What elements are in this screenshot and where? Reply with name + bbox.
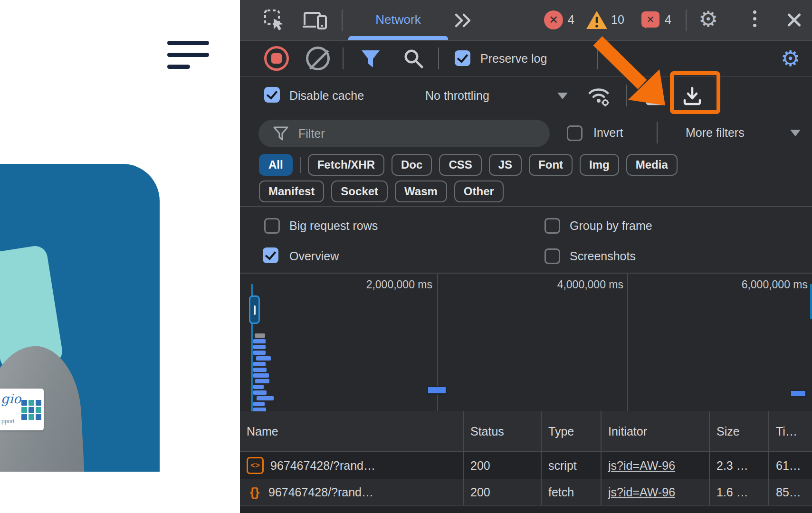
more-tabs-icon[interactable]	[454, 11, 473, 29]
separator	[343, 48, 344, 69]
page-hero-card: gio pport	[0, 164, 160, 472]
more-filters-dropdown[interactable]: More filters	[686, 126, 745, 140]
chip-fetch-xhr[interactable]: Fetch/XHR	[308, 154, 384, 176]
network-overview-timeline[interactable]: 2,000,000 ms 4,000,000 ms 6,000,000 ms	[240, 273, 812, 412]
timeline-tick-label: 4,000,000 ms	[439, 278, 623, 291]
warning-badge-icon[interactable]	[586, 10, 608, 30]
column-header-status[interactable]: Status	[464, 411, 542, 451]
column-header-type[interactable]: Type	[542, 411, 602, 451]
preserve-log-checkbox[interactable]	[455, 50, 470, 66]
table-row[interactable]: {} 967467428/?rand… 200 fetch js?id=AW-9…	[240, 479, 812, 505]
hamburger-bar	[167, 41, 209, 45]
separator	[342, 10, 343, 31]
search-icon[interactable]	[402, 48, 424, 69]
group-by-frame-checkbox[interactable]	[545, 218, 560, 234]
error-count[interactable]: 4	[568, 13, 574, 27]
active-tab-underline	[348, 36, 448, 40]
request-status: 200	[464, 479, 542, 505]
column-header-name[interactable]: Name	[240, 411, 464, 451]
column-header-initiator[interactable]: Initiator	[602, 411, 710, 451]
inspect-element-icon[interactable]	[263, 9, 286, 31]
request-status: 200	[464, 452, 542, 479]
initiator-link[interactable]: js?id=AW-96	[608, 459, 675, 473]
overview-label[interactable]: Overview	[289, 249, 339, 263]
tab-network[interactable]: Network	[348, 0, 448, 40]
request-type: fetch	[542, 479, 602, 505]
chip-font[interactable]: Font	[529, 154, 573, 176]
filter-funnel-icon	[273, 126, 289, 141]
waterfall-bar	[253, 362, 266, 366]
chip-img[interactable]: Img	[580, 154, 619, 176]
warning-count[interactable]: 10	[611, 13, 624, 27]
waterfall-bar	[253, 368, 267, 372]
screenshots-label[interactable]: Screenshots	[570, 249, 636, 263]
hamburger-bar	[167, 53, 209, 57]
timeline-right-grip[interactable]	[810, 284, 812, 319]
chip-wasm[interactable]: Wasm	[395, 180, 447, 202]
throttling-dropdown[interactable]: No throttling	[425, 89, 489, 103]
chip-media[interactable]: Media	[626, 154, 678, 176]
throttling-caret-icon[interactable]	[557, 93, 568, 99]
group-by-frame-label[interactable]: Group by frame	[570, 219, 652, 233]
separator	[686, 10, 687, 31]
network-conditions-icon[interactable]	[586, 83, 613, 107]
settings-gear-icon[interactable]: ⚙	[698, 8, 718, 30]
timeline-left-grip[interactable]	[249, 295, 260, 324]
device-toolbar-icon[interactable]	[302, 9, 328, 31]
screenshot-canvas: gio pport Network	[0, 0, 812, 513]
annotation-highlight-box	[670, 71, 720, 114]
menu-dots-icon[interactable]	[753, 10, 756, 27]
fetch-file-icon: {}	[247, 484, 263, 500]
disable-cache-label[interactable]: Disable cache	[289, 89, 364, 103]
chip-all[interactable]: All	[259, 154, 293, 176]
more-filters-caret-icon[interactable]	[790, 130, 801, 136]
script-file-icon: <>	[247, 457, 264, 474]
record-network-log-button[interactable]	[264, 46, 289, 71]
request-time: 61…	[769, 452, 812, 479]
chip-socket[interactable]: Socket	[331, 180, 388, 202]
filter-input[interactable]	[297, 126, 527, 141]
request-name: 967467428/?rand…	[268, 485, 373, 499]
screenshots-checkbox[interactable]	[545, 248, 560, 264]
chip-manifest[interactable]: Manifest	[259, 180, 324, 202]
chip-doc[interactable]: Doc	[392, 154, 432, 176]
column-header-time[interactable]: Ti…	[769, 411, 812, 451]
disable-cache-checkbox[interactable]	[264, 87, 280, 103]
clear-network-log-button[interactable]	[306, 47, 330, 70]
big-request-rows-checkbox[interactable]	[264, 218, 280, 234]
waterfall-bar	[253, 373, 269, 378]
big-request-rows-label[interactable]: Big request rows	[289, 219, 378, 233]
separator	[300, 157, 301, 173]
chip-js[interactable]: JS	[489, 154, 522, 176]
issues-badge-icon[interactable]: ✕	[641, 11, 659, 28]
waterfall-bar	[253, 390, 267, 395]
invert-checkbox[interactable]	[567, 125, 583, 141]
tab-network-label: Network	[348, 12, 448, 27]
separator	[597, 48, 598, 69]
separator	[438, 48, 439, 69]
chip-other[interactable]: Other	[454, 180, 504, 202]
table-row[interactable]: <> 967467428/?rand… 200 script js?id=AW-…	[240, 452, 812, 479]
network-settings-gear-icon[interactable]: ⚙	[781, 48, 800, 69]
devtools-tabbar: Network ✕ 4 10 ✕ 4 ⚙	[240, 0, 812, 41]
close-icon[interactable]	[784, 10, 803, 29]
request-name: 967467428/?rand…	[270, 459, 375, 473]
table-row-partial[interactable]	[240, 505, 812, 513]
waterfall-bar	[253, 385, 264, 389]
column-header-size[interactable]: Size	[710, 411, 769, 451]
issue-count[interactable]: 4	[665, 13, 671, 27]
filter-toggle-icon[interactable]	[360, 48, 382, 69]
request-size: 2.3 …	[710, 452, 769, 479]
overview-checkbox[interactable]	[263, 247, 278, 263]
hamburger-menu-button[interactable]	[167, 41, 209, 71]
invert-label[interactable]: Invert	[593, 126, 623, 140]
error-badge-icon[interactable]: ✕	[544, 10, 563, 29]
initiator-link[interactable]: js?id=AW-96	[608, 485, 675, 499]
filter-input-pill[interactable]	[258, 120, 550, 147]
chip-css[interactable]: CSS	[439, 154, 481, 176]
logo-subtext: pport	[1, 418, 14, 425]
network-filter-row: Invert More filters	[240, 114, 812, 151]
preserve-log-label[interactable]: Preserve log	[480, 52, 547, 66]
separator	[626, 85, 627, 106]
import-har-icon[interactable]	[643, 84, 666, 107]
